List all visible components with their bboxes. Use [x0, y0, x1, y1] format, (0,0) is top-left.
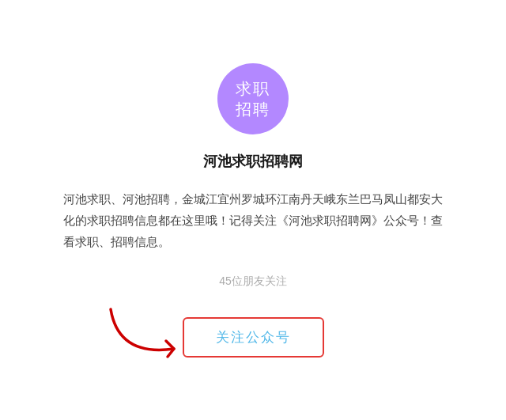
account-name: 河池求职招聘网: [203, 152, 303, 171]
avatar: 求职 招聘: [217, 63, 289, 134]
profile-card: 求职 招聘 河池求职招聘网 河池求职、河池招聘，金城江宜州罗城环江南丹天峨东兰巴…: [0, 0, 506, 420]
account-description: 河池求职、河池招聘，金城江宜州罗城环江南丹天峨东兰巴马凤山都安大化的求职招聘信息…: [63, 188, 443, 252]
friends-count: 45位朋友关注: [219, 274, 287, 289]
avatar-line1: 求职: [236, 78, 270, 99]
arrow-icon: [103, 301, 213, 365]
avatar-line2: 招聘: [236, 99, 270, 119]
cta-section: 关注公众号: [63, 317, 443, 358]
